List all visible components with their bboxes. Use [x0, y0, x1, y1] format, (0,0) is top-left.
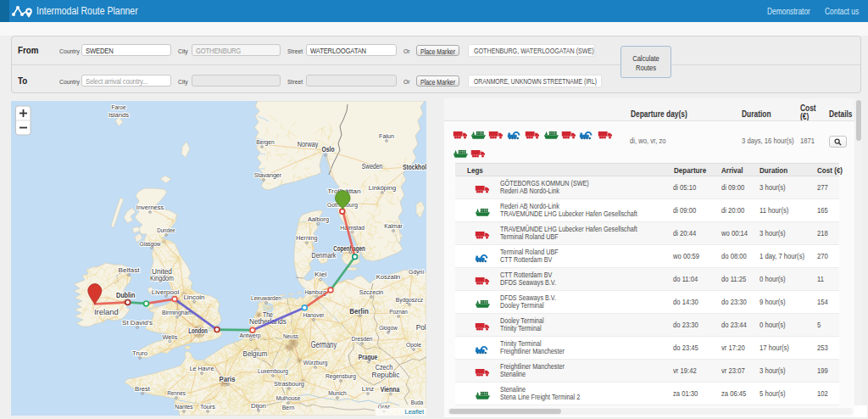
svg-text:Vienna: Vienna: [381, 386, 400, 394]
svg-text:Opole: Opole: [406, 341, 421, 349]
svg-text:Le Havre: Le Havre: [190, 365, 214, 372]
svg-text:Bydgoszcz: Bydgoszcz: [396, 296, 423, 304]
svg-text:Głogów: Głogów: [379, 324, 398, 332]
svg-text:London: London: [188, 327, 208, 335]
svg-text:Neuss: Neuss: [283, 332, 298, 340]
svg-text:Luxembourg: Luxembourg: [258, 367, 288, 375]
svg-text:Mulhouse: Mulhouse: [276, 394, 301, 402]
svg-text:Linköping: Linköping: [369, 184, 396, 192]
svg-text:Prague: Prague: [359, 354, 378, 361]
svg-text:Rennes: Rennes: [167, 389, 186, 397]
svg-text:Republic: Republic: [372, 370, 400, 379]
svg-text:Oslo: Oslo: [321, 146, 334, 154]
svg-text:Faroe: Faroe: [111, 103, 125, 111]
svg-text:Hanover: Hanover: [303, 311, 324, 319]
svg-text:Poznan: Poznan: [389, 308, 408, 316]
svg-text:Inverness: Inverness: [136, 204, 164, 211]
svg-text:Regensburg: Regensburg: [326, 372, 356, 380]
svg-text:Germany: Germany: [311, 340, 337, 349]
svg-text:Linz: Linz: [362, 385, 374, 393]
svg-text:Sweden: Sweden: [362, 161, 383, 170]
svg-text:Kingdom: Kingdom: [150, 273, 174, 282]
svg-text:Leeuwarden: Leeuwarden: [251, 294, 281, 302]
svg-text:Antwerp: Antwerp: [239, 332, 261, 339]
svg-text:Kiel: Kiel: [314, 271, 327, 278]
svg-text:Bergen: Bergen: [256, 138, 275, 146]
svg-text:Ireland: Ireland: [94, 307, 119, 316]
svg-text:Bern: Bern: [282, 404, 294, 411]
svg-text:Koszalin: Koszalin: [376, 273, 401, 281]
svg-text:Belfast: Belfast: [118, 266, 140, 274]
svg-text:Islands: Islands: [108, 111, 129, 119]
svg-text:Belgium: Belgium: [243, 349, 268, 358]
svg-text:Berlin: Berlin: [349, 308, 369, 316]
svg-text:Leaflet: Leaflet: [404, 408, 424, 416]
svg-text:Würzburg: Würzburg: [303, 359, 328, 366]
svg-text:Stavanger: Stavanger: [254, 171, 282, 179]
svg-text:Dijon: Dijon: [251, 402, 266, 410]
svg-text:Paris: Paris: [220, 376, 236, 383]
svg-text:Szczecin: Szczecin: [359, 288, 384, 296]
svg-text:Halmstad: Halmstad: [340, 224, 364, 232]
svg-text:Strasbourg: Strasbourg: [274, 380, 304, 388]
svg-text:Kalmar: Kalmar: [384, 222, 403, 230]
svg-text:Dundee: Dundee: [157, 226, 175, 234]
svg-text:Gdyni: Gdyni: [409, 268, 424, 276]
svg-text:Herning: Herning: [296, 234, 317, 242]
svg-text:Pola: Pola: [416, 322, 426, 332]
svg-text:Falun: Falun: [379, 132, 394, 140]
svg-text:Denmark: Denmark: [312, 250, 337, 260]
svg-text:Dresden: Dresden: [351, 335, 372, 343]
svg-text:Glasgow: Glasgow: [139, 240, 160, 248]
svg-text:Nantes: Nantes: [175, 403, 193, 411]
svg-text:Wells: Wells: [162, 333, 177, 341]
svg-text:St David's: St David's: [122, 319, 153, 327]
svg-text:Lincoln: Lincoln: [183, 293, 204, 301]
svg-text:Stockholm: Stockholm: [403, 164, 426, 171]
svg-text:Munich: Munich: [328, 389, 347, 397]
svg-text:Buda: Buda: [411, 399, 424, 406]
svg-text:Norway: Norway: [298, 139, 319, 148]
svg-text:Brest: Brest: [135, 385, 151, 393]
svg-text:Truro: Truro: [132, 349, 148, 357]
svg-text:Tours: Tours: [200, 403, 215, 411]
svg-text:Dublin: Dublin: [116, 292, 136, 299]
svg-text:Aalborg: Aalborg: [308, 215, 329, 223]
